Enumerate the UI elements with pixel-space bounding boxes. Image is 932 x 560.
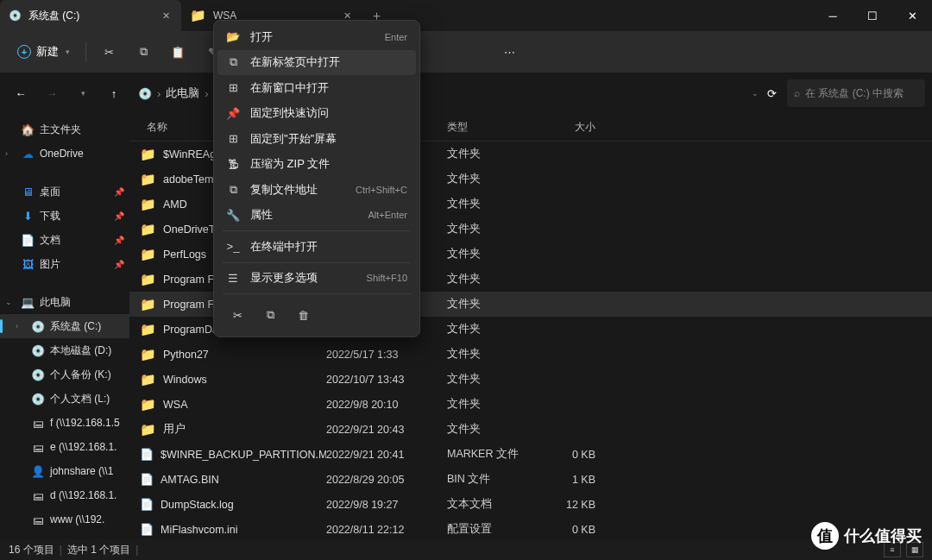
table-row[interactable]: 📁Windows 2022/10/7 13:43 文件夹 <box>129 367 932 392</box>
column-size[interactable]: 大小 <box>544 120 595 135</box>
menu-item-icon: ⊞ <box>226 132 240 145</box>
file-name: AMD <box>163 198 187 211</box>
sidebar-drive[interactable]: 💿 个人文档 (L:) <box>0 387 129 411</box>
sidebar-home[interactable]: 🏠 主文件夹 <box>0 117 129 142</box>
tab-active[interactable]: 💿 系统盘 (C:) ✕ <box>0 0 181 31</box>
new-button[interactable]: + 新建 ▾ <box>9 39 79 65</box>
file-name: DumpStack.log <box>161 499 234 511</box>
refresh-button[interactable]: ⟳ <box>767 87 777 100</box>
file-type: 文件夹 <box>447 372 544 387</box>
minimize-button[interactable]: ─ <box>813 0 853 31</box>
back-button[interactable]: ← <box>7 79 35 107</box>
table-row[interactable]: 📄DumpStack.log 2022/9/8 19:27 文本文档 12 KB <box>129 492 932 517</box>
context-menu-item[interactable]: 📌 固定到快速访问 <box>217 101 416 127</box>
drive-icon: 🖴 <box>31 513 45 526</box>
menu-divider <box>223 262 411 263</box>
cut-icon[interactable]: ✂ <box>93 36 124 67</box>
sidebar-drive[interactable]: › 💿 系统盘 (C:) <box>0 314 129 338</box>
context-menu-item[interactable]: 📂 打开 Enter <box>217 24 416 50</box>
copy-icon[interactable]: ⧉ <box>128 36 159 67</box>
context-menu-item[interactable]: ⊞ 在新窗口中打开 <box>217 75 416 101</box>
cloud-icon: ☁ <box>21 147 35 160</box>
context-menu-item[interactable]: ☰ 显示更多选项 Shift+F10 <box>217 266 416 292</box>
file-name: AMTAG.BIN <box>161 474 219 486</box>
file-type: 文件夹 <box>447 297 544 311</box>
chevron-down-icon[interactable]: ⌄ <box>5 298 16 306</box>
sidebar-item-label: 图片 <box>40 257 60 272</box>
file-date: 2022/9/21 20:43 <box>326 424 447 436</box>
picture-icon: 🖼 <box>21 257 35 271</box>
context-menu-item[interactable]: >_ 在终端中打开 <box>217 234 416 260</box>
sidebar-desktop[interactable]: 🖥 桌面📌 <box>0 179 129 204</box>
menu-item-shortcut: Alt+Enter <box>368 210 407 220</box>
file-name: $WINRE_BACKUP_PARTITION.MARKER <box>161 449 326 461</box>
delete-button[interactable]: 🗑 <box>288 302 318 328</box>
table-row[interactable]: 📄$WINRE_BACKUP_PARTITION.MARKER 2022/9/2… <box>129 442 932 467</box>
search-input[interactable]: ⌕ 在 系统盘 (C:) 中搜索 <box>787 79 925 107</box>
file-type: 文件夹 <box>447 197 544 211</box>
menu-item-icon: 📌 <box>226 107 240 120</box>
context-menu-item[interactable]: ⧉ 在新标签页中打开 <box>217 50 416 76</box>
more-icon[interactable]: ⋯ <box>494 36 525 67</box>
sidebar-item-label: 本地磁盘 (D:) <box>50 343 111 358</box>
close-button[interactable]: ✕ <box>892 0 932 31</box>
file-type: 文本文档 <box>447 497 544 512</box>
chevron-down-icon: ▾ <box>66 47 70 56</box>
sidebar-onedrive[interactable]: › ☁ OneDrive <box>0 142 129 166</box>
up-button[interactable]: ↑ <box>100 79 128 107</box>
table-row[interactable]: 📁用户 2022/9/21 20:43 文件夹 <box>129 417 932 442</box>
context-menu-item[interactable]: 🗜 压缩为 ZIP 文件 <box>217 152 416 178</box>
sidebar-pictures[interactable]: 🖼 图片📌 <box>0 252 129 276</box>
file-date: 2022/8/11 22:12 <box>326 524 447 536</box>
tab-label: 系统盘 (C:) <box>28 9 79 23</box>
divider <box>85 42 86 61</box>
maximize-button[interactable]: ☐ <box>853 0 892 31</box>
copy-button[interactable]: ⧉ <box>255 302 285 328</box>
menu-item-label: 在新窗口中打开 <box>250 80 329 96</box>
paste-icon[interactable]: 📋 <box>162 36 193 67</box>
navbar: ← → ▾ ↑ 💿 › 此电脑 › 系统盘 ⌄ ⟳ ⌕ 在 系统盘 (C:) 中… <box>0 72 932 114</box>
folder-icon: 📁 <box>140 347 156 362</box>
sidebar-drive[interactable]: 🖴 f (\\192.168.1.5 <box>0 411 129 435</box>
file-type: 文件夹 <box>447 322 544 337</box>
sidebar-item-label: 文档 <box>40 233 60 248</box>
chevron-down-icon[interactable]: ▾ <box>69 79 97 107</box>
chevron-icon[interactable]: › <box>16 322 26 330</box>
menu-item-label: 复制文件地址 <box>250 182 318 198</box>
forward-button[interactable]: → <box>38 79 66 107</box>
column-type[interactable]: 类型 <box>447 120 544 135</box>
menu-item-icon: >_ <box>226 240 240 253</box>
sidebar-documents[interactable]: 📄 文档📌 <box>0 228 129 252</box>
sidebar-drive[interactable]: 💿 本地磁盘 (D:) <box>0 338 129 362</box>
sidebar-drive[interactable]: 🖴 d (\\192.168.1. <box>0 483 129 507</box>
chevron-down-icon[interactable]: ⌄ <box>752 89 759 98</box>
drive-icon: 🖴 <box>31 440 45 454</box>
table-row[interactable]: 📁WSA 2022/9/8 20:10 文件夹 <box>129 392 932 417</box>
folder-icon: 📁 <box>140 372 156 387</box>
file-type: BIN 文件 <box>447 472 544 487</box>
sidebar-drive[interactable]: 👤 johnshare (\\1 <box>0 459 129 483</box>
menu-item-label: 固定到"开始"屏幕 <box>250 131 337 147</box>
watermark: 值 什么值得买 <box>811 522 922 550</box>
sidebar-drive[interactable]: 🖴 e (\\192.168.1. <box>0 435 129 459</box>
context-menu-item[interactable]: 🔧 属性 Alt+Enter <box>217 203 416 229</box>
folder-icon: 📁 <box>140 322 156 337</box>
sidebar-drive[interactable]: 🖴 www (\\192. <box>0 507 129 532</box>
sidebar-drive[interactable]: 💿 个人备份 (K:) <box>0 362 129 387</box>
menu-item-label: 压缩为 ZIP 文件 <box>250 156 330 172</box>
cut-button[interactable]: ✂ <box>223 302 252 328</box>
sidebar-thispc[interactable]: ⌄ 💻 此电脑 <box>0 290 129 314</box>
drive-icon: 🖴 <box>31 488 45 502</box>
context-menu-item[interactable]: ⊞ 固定到"开始"屏幕 <box>217 126 416 152</box>
sidebar-downloads[interactable]: ⬇ 下载📌 <box>0 204 129 228</box>
table-row[interactable]: 📄AMTAG.BIN 2022/8/29 20:05 BIN 文件 1 KB <box>129 467 932 492</box>
table-row[interactable]: 📁Python27 2022/5/17 1:33 文件夹 <box>129 342 932 367</box>
folder-icon: 📁 <box>190 8 206 23</box>
file-type: 文件夹 <box>447 422 544 437</box>
breadcrumb-pc[interactable]: 此电脑 <box>166 85 199 101</box>
file-type: 文件夹 <box>447 272 544 286</box>
file-icon: 📄 <box>140 473 154 486</box>
context-menu-item[interactable]: ⧉ 复制文件地址 Ctrl+Shift+C <box>217 177 416 203</box>
close-tab-icon[interactable]: ✕ <box>159 9 173 22</box>
chevron-right-icon[interactable]: › <box>5 149 16 158</box>
